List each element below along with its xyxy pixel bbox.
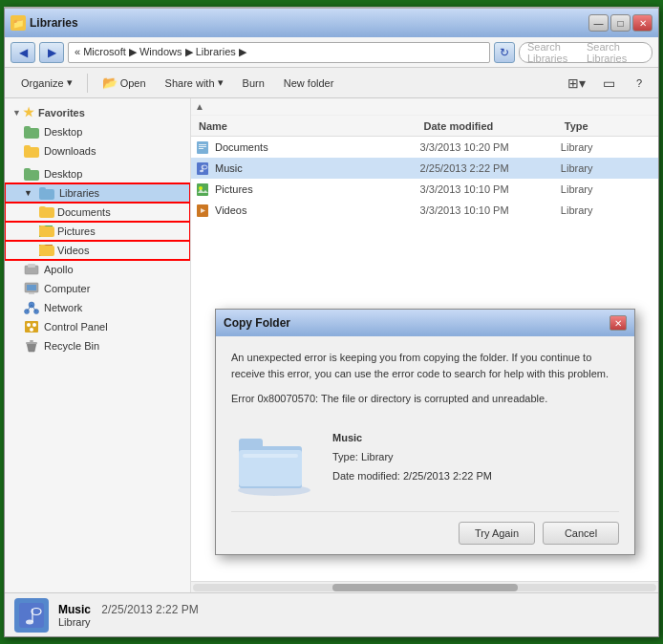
- svg-point-12: [32, 323, 36, 327]
- table-row[interactable]: Pictures 3/3/2013 10:10 PM Library: [191, 179, 658, 200]
- svg-rect-32: [243, 454, 298, 458]
- videos-folder-icon: [39, 245, 53, 256]
- scroll-track: [193, 584, 656, 591]
- status-icon: [14, 598, 49, 633]
- sidebar-item-network[interactable]: Network: [5, 298, 190, 317]
- desktop-section: Desktop ▼ Libraries Documents: [5, 164, 190, 355]
- main-window: 📁 Libraries — □ ✕ ◀ ▶ « Microsoft ▶ Wind…: [4, 7, 659, 637]
- sidebar-item-desktop2[interactable]: Desktop: [5, 164, 190, 183]
- title-bar: 📁 Libraries — □ ✕: [5, 9, 658, 37]
- address-path: « Microsoft ▶ Windows ▶ Libraries ▶: [75, 46, 246, 58]
- dialog-info-area: Music Type: Library Date modified: 2/25/…: [231, 419, 619, 496]
- sidebar-videos-label: Videos: [57, 245, 89, 256]
- help-button[interactable]: ?: [628, 72, 651, 95]
- burn-button[interactable]: Burn: [234, 72, 273, 95]
- dialog-message: An unexpected error is keeping you from …: [231, 350, 619, 381]
- svg-point-13: [30, 328, 33, 332]
- sidebar-recycle-bin-label: Recycle Bin: [44, 340, 99, 352]
- table-row[interactable]: Videos 3/3/2013 10:10 PM Library: [191, 200, 658, 221]
- try-again-button[interactable]: Try Again: [459, 522, 535, 545]
- desktop2-icon: [24, 168, 39, 181]
- computer-icon: [24, 282, 39, 295]
- file-type: Library: [561, 204, 654, 216]
- svg-rect-16: [197, 141, 208, 154]
- toolbar-separator: [87, 74, 88, 93]
- sidebar-item-control-panel[interactable]: Control Panel: [5, 317, 190, 336]
- sidebar-item-pictures[interactable]: Pictures: [5, 222, 190, 241]
- dialog-title: Copy Folder: [224, 316, 290, 330]
- sidebar-pictures-label: Pictures: [57, 225, 96, 237]
- file-type: Library: [561, 183, 654, 195]
- sidebar-item-computer[interactable]: Computer: [5, 279, 190, 298]
- sidebar-item-desktop[interactable]: Desktop: [5, 122, 190, 141]
- sidebar-item-recycle-bin[interactable]: Recycle Bin: [5, 336, 190, 355]
- status-name: Music 2/25/2013 2:22 PM: [58, 603, 199, 616]
- close-button[interactable]: ✕: [632, 14, 652, 32]
- organize-button[interactable]: Organize ▾: [12, 72, 81, 95]
- window-icon: 📁: [11, 15, 26, 31]
- col-type-header[interactable]: Type: [561, 120, 654, 132]
- videos-file-icon: [195, 204, 210, 217]
- libraries-icon: [39, 187, 54, 200]
- documents-file-icon: [195, 140, 210, 154]
- sidebar-computer-label: Computer: [44, 283, 90, 294]
- forward-button[interactable]: ▶: [39, 42, 64, 63]
- dialog-error-text: Error 0x80070570: The file or directory …: [231, 393, 619, 404]
- desktop-icon: [24, 126, 39, 139]
- sidebar-inner: ▼ ★ Favorites Desktop Downloads: [5, 102, 190, 355]
- table-row[interactable]: Documents 3/3/2013 10:20 PM Library: [191, 137, 658, 158]
- table-row[interactable]: Music 2/25/2013 2:22 PM Library: [191, 158, 658, 179]
- sidebar-documents-label: Documents: [57, 206, 111, 218]
- minimize-button[interactable]: —: [588, 14, 609, 32]
- status-item-meta: 2/25/2013 2:22 PM: [101, 603, 198, 616]
- svg-rect-19: [199, 148, 203, 149]
- sidebar: ▼ ★ Favorites Desktop Downloads: [5, 98, 191, 592]
- svg-rect-3: [27, 285, 36, 290]
- svg-point-23: [200, 170, 203, 172]
- preview-pane-button[interactable]: ▭: [594, 72, 624, 95]
- documents-folder-icon: [39, 206, 53, 218]
- cancel-button[interactable]: Cancel: [543, 522, 619, 545]
- address-box[interactable]: « Microsoft ▶ Windows ▶ Libraries ▶: [68, 42, 490, 63]
- pictures-folder-icon: [39, 225, 53, 237]
- search-box[interactable]: Search Libraries Search Libraries: [519, 42, 652, 63]
- dialog-file-name: Music: [332, 429, 492, 448]
- copy-folder-dialog: Copy Folder ✕ An unexpected error is kee…: [215, 309, 635, 555]
- col-name-header[interactable]: Name: [195, 120, 420, 132]
- sidebar-desktop-label: Desktop: [44, 126, 82, 138]
- file-date: 3/3/2013 10:10 PM: [420, 204, 561, 216]
- sidebar-desktop2-label: Desktop: [44, 168, 82, 180]
- sidebar-item-downloads[interactable]: Downloads: [5, 141, 190, 161]
- dialog-file-type: Type: Library: [332, 448, 492, 467]
- share-with-button[interactable]: Share with ▾: [157, 72, 232, 95]
- favorites-header[interactable]: ▼ ★ Favorites: [5, 102, 190, 122]
- file-name: Videos: [215, 204, 246, 216]
- dialog-close-button[interactable]: ✕: [610, 315, 627, 331]
- back-button[interactable]: ◀: [11, 42, 35, 63]
- status-item-name: Music: [58, 603, 91, 616]
- views-button[interactable]: ⊞▾: [564, 72, 590, 95]
- horizontal-scrollbar[interactable]: [191, 581, 658, 592]
- new-folder-button[interactable]: New folder: [275, 72, 343, 95]
- search-text: Search Libraries: [587, 41, 644, 64]
- sidebar-item-libraries[interactable]: ▼ Libraries: [5, 183, 190, 203]
- col-date-header[interactable]: Date modified: [420, 120, 561, 132]
- sidebar-item-documents[interactable]: Documents: [5, 203, 190, 222]
- sidebar-item-apollo[interactable]: Apollo: [5, 260, 190, 279]
- window-inner: ▼ ★ Favorites Desktop Downloads: [5, 98, 658, 592]
- pictures-file-icon: [195, 182, 210, 196]
- sidebar-apollo-label: Apollo: [44, 264, 74, 275]
- file-type: Library: [561, 141, 654, 153]
- sidebar-item-videos[interactable]: Videos: [5, 241, 190, 260]
- file-date: 3/3/2013 10:20 PM: [420, 141, 561, 153]
- dialog-file-date: Date modified: 2/25/2013 2:22 PM: [332, 467, 492, 486]
- refresh-button[interactable]: ↻: [494, 42, 515, 63]
- column-headers: Name Date modified Type: [191, 116, 658, 137]
- favorites-label: Favorites: [38, 107, 85, 118]
- open-button[interactable]: 📂 Open: [94, 72, 155, 95]
- maximize-button[interactable]: □: [610, 14, 631, 32]
- svg-rect-30: [239, 439, 263, 450]
- scroll-thumb[interactable]: [332, 584, 518, 591]
- control-panel-icon: [24, 320, 39, 333]
- dialog-title-bar: Copy Folder ✕: [216, 310, 634, 336]
